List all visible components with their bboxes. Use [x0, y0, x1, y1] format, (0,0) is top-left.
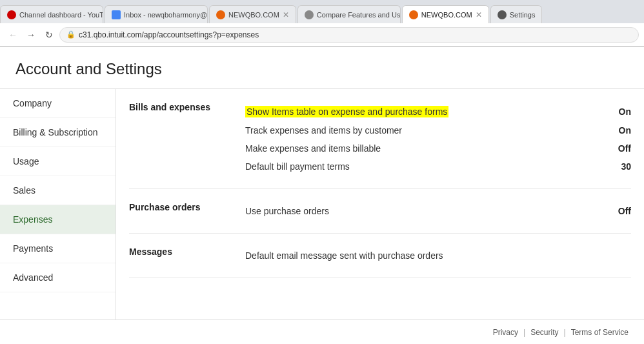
tab-close-newqbo2[interactable]: ✕	[476, 10, 482, 19]
tab-favicon-newqbo2	[409, 10, 418, 19]
tab-label-compare: Compare Features and Usage Li...	[317, 11, 401, 19]
section-bills-expenses: Bills and expenses Show Items table on e…	[129, 89, 631, 189]
sidebar-item-sales[interactable]: Sales	[0, 176, 116, 205]
tab-favicon-compare	[305, 10, 314, 19]
tab-newqbo1[interactable]: NEWQBO.COM ✕	[209, 5, 296, 23]
tab-label-youtube: Channel dashboard - YouTube S...	[19, 11, 103, 19]
section-title-bills-expenses: Bills and expenses	[129, 102, 245, 176]
setting-label-show-items-table: Show Items table on expense and purchase…	[245, 106, 448, 117]
tab-favicon-settings	[498, 10, 507, 19]
sidebar-item-advanced[interactable]: Advanced	[0, 263, 116, 292]
footer-security-link[interactable]: Security	[530, 328, 558, 337]
page-body: Company Billing & Subscription Usage Sal…	[0, 89, 644, 319]
sidebar-item-expenses[interactable]: Expenses	[0, 205, 116, 234]
footer-sep-2: |	[564, 328, 566, 337]
setting-label-default-email-message: Default email message sent with purchase…	[245, 250, 443, 261]
setting-row-default-bill-payment[interactable]: Default bill payment terms 30	[245, 157, 631, 176]
sidebar-item-payments[interactable]: Payments	[0, 234, 116, 263]
tab-label-newqbo2: NEWQBO.COM	[421, 11, 472, 19]
section-messages: Messages Default email message sent with…	[129, 234, 631, 278]
sidebar-item-usage[interactable]: Usage	[0, 147, 116, 176]
sidebar-item-billing[interactable]: Billing & Subscription	[0, 118, 116, 147]
footer-terms-link[interactable]: Terms of Service	[571, 328, 629, 337]
setting-row-make-billable[interactable]: Make expenses and items billable Off	[245, 139, 631, 157]
setting-value-track-expenses: On	[599, 125, 631, 136]
tab-bar: Channel dashboard - YouTube S... ✕ Inbox…	[0, 0, 644, 23]
tab-close-newqbo1[interactable]: ✕	[283, 10, 289, 19]
setting-row-use-purchase-orders[interactable]: Use purchase orders Off	[245, 202, 631, 220]
setting-value-show-items-table: On	[599, 106, 631, 117]
refresh-button[interactable]: ↻	[41, 27, 57, 43]
forward-button[interactable]: →	[23, 27, 39, 43]
lock-icon: 🔒	[66, 30, 75, 39]
section-rows-bills-expenses: Show Items table on expense and purchase…	[245, 102, 631, 176]
page-footer: Privacy | Security | Terms of Service	[0, 319, 644, 344]
footer-sep-1: |	[523, 328, 525, 337]
setting-value-default-bill-payment: 30	[599, 161, 631, 172]
footer-privacy-link[interactable]: Privacy	[493, 328, 518, 337]
back-button[interactable]: ←	[5, 27, 21, 43]
section-rows-purchase-orders: Use purchase orders Off	[245, 202, 631, 220]
browser-chrome: Channel dashboard - YouTube S... ✕ Inbox…	[0, 0, 644, 47]
setting-row-default-email-message[interactable]: Default email message sent with purchase…	[245, 247, 631, 265]
page-title: Account and Settings	[15, 60, 629, 78]
tab-label-newqbo1: NEWQBO.COM	[228, 11, 279, 19]
setting-label-use-purchase-orders: Use purchase orders	[245, 206, 329, 216]
tab-settings[interactable]: Settings	[490, 5, 543, 23]
page: Account and Settings Company Billing & S…	[0, 47, 644, 344]
tab-favicon-youtube	[7, 10, 16, 19]
address-bar[interactable]: 🔒 c31.qbo.intuit.com/app/accountsettings…	[59, 27, 639, 43]
tab-newqbo2[interactable]: NEWQBO.COM ✕	[402, 5, 489, 23]
setting-value-make-billable: Off	[599, 143, 631, 154]
section-title-purchase-orders: Purchase orders	[129, 202, 245, 220]
setting-row-track-expenses[interactable]: Track expenses and items by customer On	[245, 121, 631, 139]
setting-value-use-purchase-orders: Off	[599, 206, 631, 216]
tab-label-settings: Settings	[510, 11, 536, 19]
main-content: Bills and expenses Show Items table on e…	[116, 89, 644, 319]
setting-label-make-billable: Make expenses and items billable	[245, 143, 381, 154]
section-purchase-orders: Purchase orders Use purchase orders Off	[129, 189, 631, 234]
tab-favicon-inbox	[112, 10, 121, 19]
setting-label-default-bill-payment: Default bill payment terms	[245, 161, 350, 172]
tab-label-inbox: Inbox - newqboharmony@gmai...	[124, 11, 208, 19]
address-text: c31.qbo.intuit.com/app/accountsettings?p…	[79, 30, 259, 39]
setting-row-show-items-table[interactable]: Show Items table on expense and purchase…	[245, 102, 631, 121]
setting-label-track-expenses: Track expenses and items by customer	[245, 125, 402, 136]
tab-favicon-newqbo1	[216, 10, 225, 19]
tab-youtube[interactable]: Channel dashboard - YouTube S... ✕	[0, 5, 103, 23]
section-title-messages: Messages	[129, 247, 245, 265]
sidebar-item-company[interactable]: Company	[0, 89, 116, 118]
page-header: Account and Settings	[0, 47, 644, 89]
tab-inbox[interactable]: Inbox - newqboharmony@gmai... ✕	[105, 5, 208, 23]
section-rows-messages: Default email message sent with purchase…	[245, 247, 631, 265]
sidebar: Company Billing & Subscription Usage Sal…	[0, 89, 116, 319]
tab-compare[interactable]: Compare Features and Usage Li... ✕	[297, 5, 401, 23]
nav-bar: ← → ↻ 🔒 c31.qbo.intuit.com/app/accountse…	[0, 23, 644, 46]
